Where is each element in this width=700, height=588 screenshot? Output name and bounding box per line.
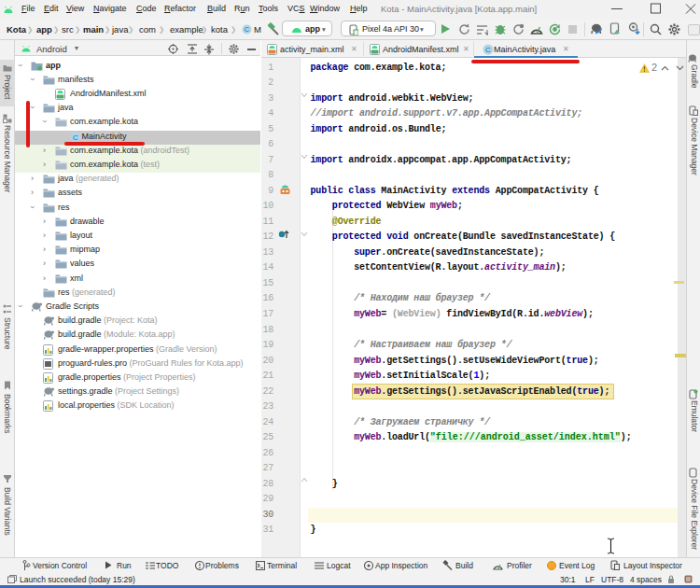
svg-text:C: C bbox=[245, 25, 250, 34]
svg-text:C: C bbox=[73, 133, 78, 142]
svg-text:C: C bbox=[485, 46, 491, 54]
